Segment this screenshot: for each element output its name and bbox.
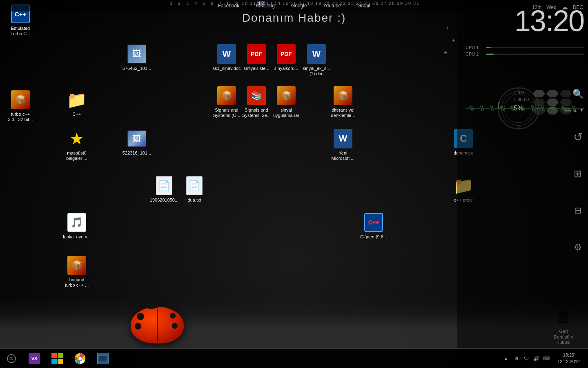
icon-turboc-rar[interactable]: 📦 turbo c++3.0 - 32 bit... (4, 90, 37, 123)
icon-label-sintyal: sintyalsiste... (243, 65, 271, 72)
icon-sinyalek-doc[interactable]: W sinyal_ek_s...(1).doc (300, 44, 333, 77)
net-upload-row: 0.0 (513, 90, 529, 95)
network-widget: 0.0 860.0 (513, 90, 529, 104)
calendar-numbers: 1234567891011121314151617181920212223242… (151, 1, 437, 6)
net-download-row: 860.0 (513, 97, 529, 102)
windows-flag-icon (51, 353, 63, 364)
icon-label-borland: borlandturbo c++ ... (64, 277, 90, 288)
icon-lenka-mp3[interactable]: 🎵 lenka_every... (60, 213, 93, 240)
icon-label-1906: 1906201050... (149, 197, 180, 203)
icon-diferansiyel-rar[interactable]: 📦 diferansiyeldenklemle... (327, 86, 359, 119)
taskbar: G VS ▲ 🖥 (0, 348, 588, 368)
icon-label-sinyalek: sinyal_ek_s...(1).doc (302, 65, 332, 77)
search-icon: 🔍 (572, 89, 584, 99)
taskbar-chrome-button[interactable] (69, 349, 91, 368)
tray-network-icon[interactable]: 🖥 (512, 355, 520, 363)
download-arrow-icon (513, 97, 516, 102)
right-widget-panel: 12th Wed ☁ DEC 13:20 (457, 0, 588, 368)
windows-icon: ⊞ (574, 168, 582, 180)
icon-label-sinyal-uygulama: sinyaluygulama.rar (272, 107, 301, 119)
icon-sinyalsoru-pdf[interactable]: PDF sinyalsoru... (270, 44, 303, 72)
icon-label-dua-txt: dua.txt (186, 197, 202, 203)
icon-label-turbo-cpp: EmulatedTurbo C... (9, 25, 32, 37)
cpu2-bar-container (486, 54, 584, 55)
taskbar-clock[interactable]: 13:20 12.12.2012 (553, 352, 584, 365)
icon-signals2-book[interactable]: 📚 Signals andSystems, 2e... (240, 86, 273, 119)
download-speed: 860.0 (517, 97, 529, 102)
upload-speed: 0.0 (517, 90, 523, 95)
signal-svg (466, 104, 584, 112)
icon-label-signals1: Signals andSystems (O... (212, 107, 242, 119)
refresh-icon: ↺ (573, 130, 583, 144)
icon-label-signals2: Signals andSystems, 2e... (241, 107, 272, 119)
clock-time-display: 13:20 (514, 6, 584, 36)
cpu2-label: CPU 2 (466, 52, 484, 56)
tray-keyboard-icon[interactable]: ⌨ (543, 355, 551, 363)
icon-yeni-word[interactable]: W YeniMicrosoft ... (327, 129, 359, 162)
cpu-widget: 5% CPU 1 CPU 2 (466, 45, 584, 58)
icon-favorites-folder[interactable]: ★ masaüstübelgeler ... (60, 129, 93, 162)
icon-ss1-doc[interactable]: W ss1_sinav.doc (210, 44, 243, 72)
hex-2 (546, 90, 559, 97)
icon-borland-rar[interactable]: 📦 borlandturbo c++ ... (60, 256, 93, 288)
svg-text:G: G (9, 356, 13, 361)
file-explorer-icon (97, 353, 109, 364)
taskbar-explorer-button[interactable] (91, 349, 114, 368)
icon-label-favorites: masaüstübelgeler ... (65, 150, 88, 162)
panel-sidebar-button[interactable]: ⊟ (568, 200, 588, 221)
icon-label-cigdem: Çiğdem(9.6... (359, 234, 388, 240)
icon-label-yeni-word: YeniMicrosoft ... (330, 150, 356, 162)
icon-cpp-folder[interactable]: 📁 C++ (60, 90, 93, 117)
icon-label-lenka: lenka_every... (62, 234, 92, 240)
ladybug-decoration (131, 307, 184, 343)
refresh-sidebar-button[interactable]: ↺ (568, 127, 588, 147)
clock-widget: 13:20 (514, 6, 584, 36)
taskbar-clock-date: 12.12.2012 (557, 359, 580, 365)
icon-signals1-rar[interactable]: 📦 Signals andSystems (O... (210, 86, 243, 119)
tray-antivirus-icon[interactable]: 🛡 (522, 355, 530, 363)
cpu1-bar-container (486, 47, 584, 48)
taskbar-google-button[interactable]: G (0, 349, 23, 368)
google-icon: G (7, 354, 16, 364)
icon-cigdem-cpp[interactable]: C++ Çiğdem(9.6... (357, 213, 390, 240)
settings-sidebar-button[interactable]: ⚙ (568, 237, 588, 258)
icon-txt-1906[interactable]: 📄 1906201050... (148, 176, 180, 203)
tray-up-arrow[interactable]: ▲ (502, 355, 510, 363)
icon-doc-576462[interactable]: 🖼 576462_101... (120, 44, 153, 72)
tray-sound-icon[interactable]: 🔊 (532, 355, 541, 363)
svg-point-12 (78, 357, 82, 360)
cpu1-label: CPU 1 (466, 45, 484, 50)
taskbar-clock-time: 13:20 (557, 352, 580, 358)
desktop: 1234567891011121314151617181920212223242… (0, 0, 588, 368)
icon-image-522316[interactable]: 🖼 522316_101... (120, 129, 153, 156)
taskbar-windows-button[interactable] (46, 349, 69, 368)
icon-label-522316: 522316_101... (121, 150, 152, 156)
icon-label-sinyalsoru: sinyalsoru... (273, 65, 300, 72)
visual-studio-icon: VS (29, 353, 40, 364)
icon-label-diferansiyel: diferansiyeldenklemle... (330, 107, 356, 119)
cpu1-bar (486, 47, 491, 48)
chrome-icon (74, 353, 86, 364)
taskbar-vs-button[interactable]: VS (23, 349, 46, 368)
icon-sinyal-rar[interactable]: 📦 sinyaluygulama.rar (270, 86, 303, 119)
search-sidebar-button[interactable]: 🔍 (568, 84, 588, 104)
settings-icon: ⚙ (574, 242, 582, 253)
icon-label-ss1: ss1_sinav.doc (212, 65, 242, 72)
icon-dua-txt[interactable]: 📄 dua.txt (178, 176, 211, 203)
cpu2-bar (486, 54, 494, 55)
icon-label-turboc-rar: turbo c++3.0 - 32 bit... (7, 111, 34, 123)
icon-sintyal-pdf[interactable]: PDF sintyalsiste... (240, 44, 273, 72)
taskbar-tray: ▲ 🖥 🛡 🔊 ⌨ 13:20 12.12.2012 (502, 352, 588, 365)
cpu2-row: CPU 2 (466, 52, 584, 56)
icon-label-576462: 576462_101... (121, 65, 152, 72)
cpu1-row: CPU 1 (466, 45, 584, 50)
signal-wave-widget (466, 104, 584, 112)
panel-icon: ⊟ (574, 205, 581, 216)
upload-arrow-icon (513, 90, 516, 95)
hex-1 (533, 90, 545, 97)
windows-sidebar-button[interactable]: ⊞ (568, 164, 588, 184)
icon-label-cpp-folder: C++ (71, 111, 82, 117)
